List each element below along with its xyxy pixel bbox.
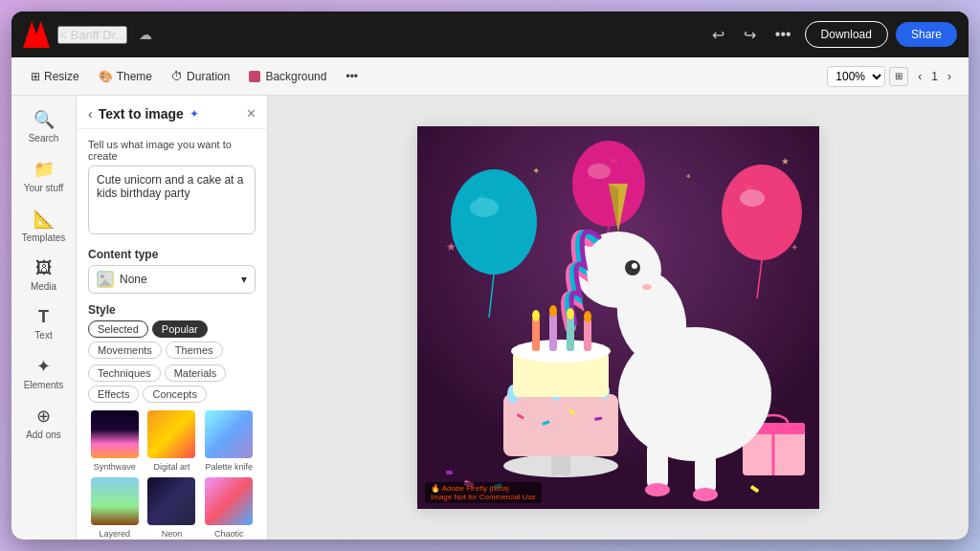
redo-button[interactable]: ↪ xyxy=(738,22,762,48)
svg-point-54 xyxy=(532,310,540,321)
theme-button[interactable]: 🎨 Theme xyxy=(91,66,160,87)
background-color-swatch xyxy=(249,71,260,82)
sidebar-item-text[interactable]: T Text xyxy=(17,301,71,346)
generated-image: ★ ✦ ★ ✦ ★ ★ ★ ✦ xyxy=(417,126,819,509)
adobe-logo xyxy=(23,21,50,48)
text-icon: T xyxy=(38,307,49,327)
style-filter-selected[interactable]: Selected xyxy=(88,320,148,338)
style-thumb-layered-paper xyxy=(89,475,141,527)
templates-icon: 📐 xyxy=(33,209,55,230)
sidebar-item-search[interactable]: 🔍 Search xyxy=(17,103,71,149)
toolbar-more-button[interactable]: ••• xyxy=(338,66,366,87)
generated-image-svg: ★ ✦ ★ ✦ ★ ★ ★ ✦ xyxy=(417,126,819,509)
background-button[interactable]: Background xyxy=(241,66,334,87)
style-filter-concepts[interactable]: Concepts xyxy=(143,386,206,403)
style-filter-popular[interactable]: Popular xyxy=(152,320,208,338)
next-page-button[interactable]: › xyxy=(942,66,957,87)
style-item-palette-knife[interactable]: Palette knife xyxy=(202,408,256,472)
pages-icon: ⊞ xyxy=(889,67,908,86)
resize-button[interactable]: ⊞ Resize xyxy=(23,66,87,87)
content-type-section: Content type None xyxy=(88,248,256,294)
cloud-icon: ☁ xyxy=(139,27,152,42)
duration-label: Duration xyxy=(187,70,230,83)
back-chevron-icon: < xyxy=(59,28,67,42)
sidebar-add-ons-label: Add ons xyxy=(26,430,61,440)
style-filter-materials[interactable]: Materials xyxy=(165,364,227,382)
style-filter-techniques[interactable]: Techniques xyxy=(88,364,161,382)
style-item-neon[interactable]: Neon xyxy=(145,475,199,540)
text-to-image-panel: ‹ Text to image ✦ × Tell us what image y… xyxy=(77,96,268,540)
firefly-logo: 🔥 xyxy=(431,484,442,493)
style-grid: Synthwave Digital art Pale xyxy=(88,408,256,540)
back-button[interactable]: < Banff Dr... xyxy=(57,26,127,44)
prompt-textarea[interactable]: Cute unicorn and a cake at a kids birthd… xyxy=(88,165,256,234)
zoom-select[interactable]: 100% 75% 50% 125% xyxy=(827,66,885,87)
svg-point-15 xyxy=(451,169,537,275)
content-type-label: Content type xyxy=(88,248,256,261)
svg-rect-37 xyxy=(695,442,716,495)
page-number: 1 xyxy=(931,70,938,83)
style-section: Style Selected Popular Movements Themes … xyxy=(88,303,256,540)
project-name: Banff Dr... xyxy=(71,28,126,42)
svg-text:✦: ✦ xyxy=(532,165,540,176)
style-label: Style xyxy=(88,303,256,317)
sidebar-templates-label: Templates xyxy=(22,232,66,243)
panel-back-button[interactable]: ‹ xyxy=(88,106,93,121)
svg-point-39 xyxy=(693,488,718,501)
panel-body: Tell us what image you want to create Cu… xyxy=(77,129,267,540)
svg-point-19 xyxy=(588,164,611,179)
style-filter-row-2: Techniques Materials Effects Concepts xyxy=(88,364,256,403)
prompt-section: Tell us what image you want to create Cu… xyxy=(88,139,256,238)
style-filter-effects[interactable]: Effects xyxy=(88,386,139,403)
style-thumb-digital-art xyxy=(145,408,197,460)
top-bar: < Banff Dr... ☁ ↩ ↪ ••• Download Share xyxy=(11,11,969,57)
add-ons-icon: ⊕ xyxy=(36,406,51,427)
sidebar-your-stuff-label: Your stuff xyxy=(24,183,64,193)
panel-title-row: ‹ Text to image ✦ xyxy=(88,106,199,121)
svg-point-56 xyxy=(567,308,574,320)
resize-icon: ⊞ xyxy=(31,70,40,83)
style-filter-themes[interactable]: Themes xyxy=(166,342,223,359)
style-name-synthwave: Synthwave xyxy=(94,462,136,472)
sidebar-item-elements[interactable]: ✦ Elements xyxy=(17,350,71,396)
main-area: 🔍 Search 📁 Your stuff 📐 Templates 🖼 Medi… xyxy=(11,96,969,540)
search-icon: 🔍 xyxy=(33,109,55,130)
sidebar-item-your-stuff[interactable]: 📁 Your stuff xyxy=(17,153,71,199)
canvas-inner: ★ ✦ ★ ✦ ★ ★ ★ ✦ xyxy=(417,126,819,509)
duration-button[interactable]: ⏱ Duration xyxy=(164,66,237,87)
sidebar-media-label: Media xyxy=(31,281,56,292)
share-button[interactable]: Share xyxy=(896,22,957,47)
undo-button[interactable]: ↩ xyxy=(706,22,730,48)
sidebar-item-media[interactable]: 🖼 Media xyxy=(17,253,71,298)
svg-point-38 xyxy=(645,483,670,496)
svg-point-16 xyxy=(470,198,499,217)
style-filter-movements[interactable]: Movements xyxy=(88,342,162,359)
svg-point-57 xyxy=(584,311,591,322)
style-item-layered-paper[interactable]: Layered paper xyxy=(88,475,142,540)
panel-close-button[interactable]: × xyxy=(247,105,256,122)
your-stuff-icon: 📁 xyxy=(33,159,55,180)
svg-rect-42 xyxy=(503,394,618,456)
svg-rect-51 xyxy=(549,313,557,351)
style-thumb-chaotic xyxy=(203,475,255,527)
content-type-inner: None xyxy=(97,271,147,288)
svg-point-21 xyxy=(722,165,802,260)
media-icon: 🖼 xyxy=(35,258,53,278)
duration-icon: ⏱ xyxy=(171,70,183,83)
svg-point-55 xyxy=(549,305,557,317)
style-item-digital-art[interactable]: Digital art xyxy=(145,408,199,472)
toolbar: ⊞ Resize 🎨 Theme ⏱ Duration Background •… xyxy=(11,57,969,96)
page-navigation: ⊞ ‹ 1 › xyxy=(889,66,957,87)
style-thumb-synthwave xyxy=(89,408,141,460)
sidebar-item-templates[interactable]: 📐 Templates xyxy=(17,203,71,249)
style-item-synthwave[interactable]: Synthwave xyxy=(88,408,142,472)
style-name-palette-knife: Palette knife xyxy=(205,462,253,472)
sidebar-item-add-ons[interactable]: ⊕ Add ons xyxy=(17,400,71,446)
prompt-label: Tell us what image you want to create xyxy=(88,139,256,162)
prev-page-button[interactable]: ‹ xyxy=(912,66,927,87)
style-item-chaotic[interactable]: Chaotic xyxy=(202,475,256,540)
content-type-select[interactable]: None ▾ xyxy=(88,265,256,294)
more-options-button[interactable]: ••• xyxy=(769,22,797,47)
beta-icon: ✦ xyxy=(189,107,199,121)
download-button[interactable]: Download xyxy=(805,21,888,48)
